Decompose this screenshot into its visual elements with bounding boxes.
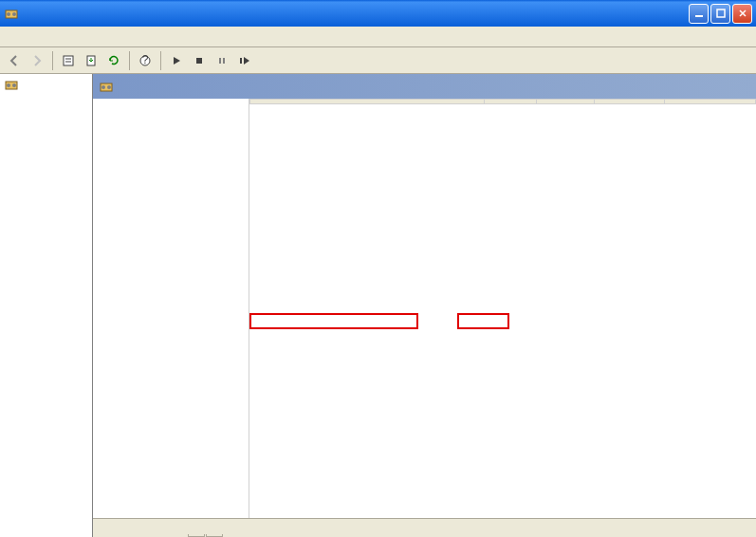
- toolbar: ?: [0, 47, 756, 74]
- service-list[interactable]: [249, 99, 756, 518]
- col-desc[interactable]: [485, 100, 537, 104]
- tree-pane: [0, 74, 93, 537]
- stop-button[interactable]: [189, 50, 210, 71]
- svg-text:?: ?: [142, 54, 149, 66]
- right-pane: [93, 74, 756, 537]
- panel-header: [93, 74, 756, 99]
- svg-rect-4: [717, 9, 725, 17]
- col-status[interactable]: [537, 100, 594, 104]
- tree-root-item[interactable]: [2, 76, 90, 93]
- close-button[interactable]: [732, 4, 752, 24]
- menu-help[interactable]: [38, 35, 49, 39]
- restart-button[interactable]: [234, 50, 255, 71]
- svg-rect-3: [695, 15, 703, 17]
- back-button[interactable]: [4, 50, 25, 71]
- properties-button[interactable]: [58, 50, 79, 71]
- col-logon[interactable]: [664, 100, 755, 104]
- main-area: [0, 74, 756, 537]
- menu-action[interactable]: [15, 35, 27, 39]
- svg-point-21: [101, 85, 105, 89]
- column-headers: [250, 100, 756, 104]
- highlight-box-status: [457, 313, 509, 329]
- svg-point-1: [7, 12, 10, 16]
- col-name[interactable]: [250, 100, 485, 104]
- svg-rect-15: [223, 58, 225, 64]
- forward-button[interactable]: [27, 50, 47, 71]
- svg-point-2: [12, 12, 16, 16]
- title-bar: [0, 0, 756, 27]
- panel-body: [93, 99, 756, 518]
- highlight-box-name: [249, 313, 418, 329]
- export-button[interactable]: [81, 50, 101, 71]
- svg-point-18: [7, 83, 10, 87]
- panel-header-icon: [99, 79, 114, 94]
- app-icon: [4, 6, 19, 21]
- col-start[interactable]: [594, 100, 664, 104]
- pause-button[interactable]: [212, 50, 232, 71]
- svg-rect-7: [64, 56, 73, 65]
- maximize-button[interactable]: [710, 4, 730, 24]
- start-button[interactable]: [166, 50, 187, 71]
- svg-rect-13: [196, 58, 202, 64]
- services-icon: [4, 77, 19, 92]
- refresh-button[interactable]: [103, 50, 124, 71]
- svg-rect-16: [240, 58, 242, 64]
- menu-file[interactable]: [4, 35, 15, 39]
- minimize-button[interactable]: [689, 4, 709, 24]
- svg-rect-14: [219, 58, 221, 64]
- svg-point-22: [107, 85, 111, 89]
- description-pane: [93, 99, 249, 518]
- menu-view[interactable]: [27, 35, 38, 39]
- help-button[interactable]: ?: [135, 50, 156, 71]
- bottom-tabs: [93, 518, 756, 537]
- svg-point-19: [12, 83, 16, 87]
- menu-bar: [0, 27, 756, 47]
